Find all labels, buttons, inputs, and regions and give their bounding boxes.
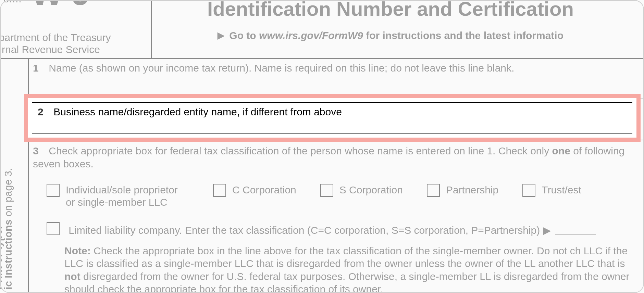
opt-partnership[interactable]: Partnership <box>427 184 498 197</box>
opt-trust[interactable]: Trust/est <box>522 184 581 197</box>
arrow-right-icon: ▶ <box>218 30 224 40</box>
dept-line-1: epartment of the Treasury <box>0 32 111 44</box>
opt-s-corp[interactable]: S Corporation <box>320 184 403 197</box>
checkbox-icon[interactable] <box>213 184 226 197</box>
line-2-rule-top <box>32 102 632 103</box>
arrow-right-icon: ▶ <box>543 225 551 236</box>
goto-pre: Go to <box>229 30 256 41</box>
opt-c-corp[interactable]: C Corporation <box>213 184 296 197</box>
department-block: epartment of the Treasury ternal Revenue… <box>0 32 111 55</box>
opt-s-corp-label: S Corporation <box>339 184 403 196</box>
line-1-text: Name (as shown on your income tax return… <box>49 62 514 74</box>
classification-boxes: Individual/sole proprietor or single-mem… <box>47 184 639 208</box>
checkbox-icon[interactable] <box>47 184 60 197</box>
note-body: Check the appropriate box in the line ab… <box>64 245 628 269</box>
opt-llc[interactable]: Limited liability company. Enter the tax… <box>47 222 639 237</box>
sidebar-text-b: ic Instructions on page 3. <box>2 168 14 290</box>
opt-llc-label: Limited liability company. Enter the tax… <box>69 225 540 236</box>
checkbox-icon[interactable] <box>320 184 333 197</box>
form-code: W-9 <box>31 0 89 13</box>
note-not: not <box>64 271 80 282</box>
goto-line: ▶ Go to www.irs.gov/FormW9 for instructi… <box>137 30 644 41</box>
line-2-highlight[interactable]: 2 Business name/disregarded entity name,… <box>24 94 641 142</box>
note-body2: disregarded from the owner for U.S. fede… <box>64 271 630 293</box>
sidebar: Print or type. ic Instructions on page 3… <box>0 58 29 293</box>
line-2-rule-bot <box>32 133 632 133</box>
sidebar-instr-rest: on page 3. <box>2 168 14 219</box>
form-body: 1 Name (as shown on your income tax retu… <box>28 58 644 293</box>
opt-individual[interactable]: Individual/sole proprietor or single-mem… <box>47 184 189 208</box>
llc-note: Note: Check the appropriate box in the l… <box>64 244 639 293</box>
line-3-number: 3 <box>33 144 46 157</box>
note-lead: Note: <box>64 245 91 256</box>
opt-individual-label: Individual/sole proprietor or single-mem… <box>66 184 189 208</box>
form-word: orm <box>3 0 21 4</box>
opt-trust-label: Trust/est <box>542 184 581 196</box>
goto-url: www.irs.gov/FormW9 <box>259 30 363 41</box>
opt-c-corp-label: C Corporation <box>232 184 296 196</box>
checkbox-icon[interactable] <box>522 184 535 197</box>
line-3-one: one <box>552 145 570 156</box>
form-w9-page: orm W-9 epartment of the Treasury ternal… <box>0 0 644 293</box>
line-3-text-a: Check appropriate box for federal tax cl… <box>49 145 552 156</box>
sidebar-instr-bold: ic Instructions <box>2 219 14 290</box>
line-2-text: Business name/disregarded entity name, i… <box>53 106 342 117</box>
goto-post: for instructions and the latest informat… <box>366 30 564 41</box>
line-1-number: 1 <box>33 62 46 75</box>
line-1[interactable]: 1 Name (as shown on your income tax retu… <box>28 58 644 99</box>
header-left: orm W-9 epartment of the Treasury ternal… <box>0 0 152 59</box>
checkbox-icon[interactable] <box>47 222 60 235</box>
line-3: 3 Check appropriate box for federal tax … <box>28 140 644 293</box>
form-title: Identification Number and Certification <box>137 0 644 20</box>
header-right: Identification Number and Certification … <box>137 0 644 59</box>
llc-classification-input[interactable] <box>555 234 596 234</box>
line-2-number: 2 <box>38 106 51 118</box>
dept-line-2: ternal Revenue Service <box>0 44 111 56</box>
checkbox-icon[interactable] <box>427 184 440 197</box>
opt-partnership-label: Partnership <box>446 184 498 196</box>
